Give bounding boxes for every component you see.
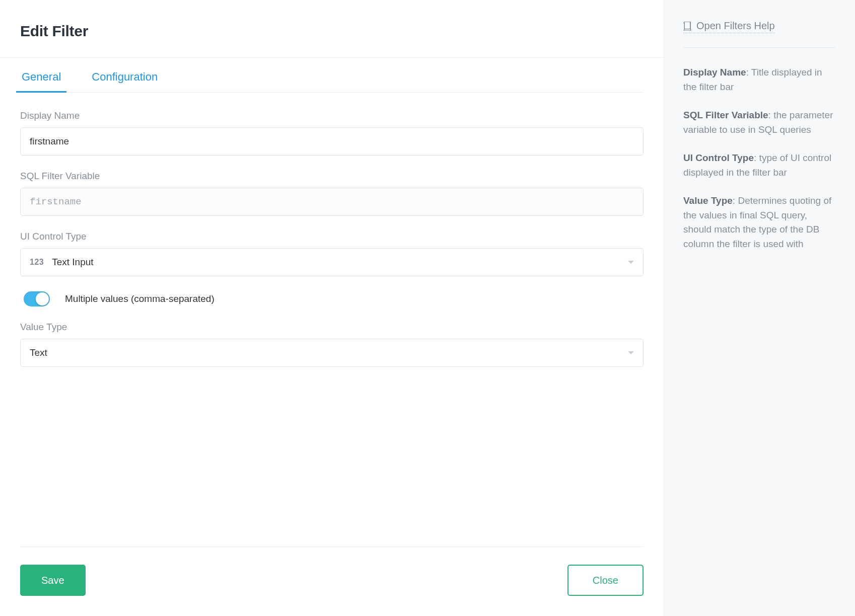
help-item-display-name: Display Name: Title displayed in the fil…: [683, 65, 836, 94]
help-item-ui-control: UI Control Type: type of UI control disp…: [683, 151, 836, 180]
save-button[interactable]: Save: [20, 565, 86, 596]
multiple-values-label: Multiple values (comma-separated): [65, 293, 215, 304]
sidebar-divider: [683, 47, 836, 48]
value-type-select[interactable]: Text: [20, 339, 644, 367]
help-item-sql-variable: SQL Filter Variable: the parameter varia…: [683, 108, 836, 137]
help-term: SQL Filter Variable: [683, 110, 768, 120]
display-name-input[interactable]: [20, 127, 644, 156]
sql-variable-label: SQL Filter Variable: [20, 171, 644, 182]
page-header: Edit Filter: [0, 0, 664, 57]
ui-control-select-value: 123 Text Input: [30, 257, 94, 268]
multiple-values-row: Multiple values (comma-separated): [20, 291, 644, 306]
help-term: Display Name: [683, 67, 746, 78]
value-type-value-text: Text: [30, 347, 47, 358]
sql-variable-group: SQL Filter Variable: [20, 171, 644, 216]
tab-configuration[interactable]: Configuration: [90, 58, 159, 92]
toggle-knob: [36, 292, 49, 305]
value-type-label: Value Type: [20, 322, 644, 333]
help-sidebar: Open Filters Help Display Name: Title di…: [664, 0, 855, 616]
help-term: Value Type: [683, 195, 733, 206]
number-icon: 123: [30, 258, 44, 267]
ui-control-label: UI Control Type: [20, 231, 644, 242]
tab-general[interactable]: General: [20, 58, 62, 92]
help-item-value-type: Value Type: Determines quoting of the va…: [683, 194, 836, 251]
chevron-down-icon: [628, 351, 634, 354]
open-filters-help-link[interactable]: Open Filters Help: [683, 20, 775, 33]
help-term: UI Control Type: [683, 152, 754, 163]
tab-bar: General Configuration: [20, 58, 644, 93]
value-type-group: Value Type Text: [20, 322, 644, 367]
ui-control-select[interactable]: 123 Text Input: [20, 248, 644, 276]
page-title: Edit Filter: [20, 23, 644, 40]
ui-control-group: UI Control Type 123 Text Input: [20, 231, 644, 276]
chevron-down-icon: [628, 261, 634, 264]
multiple-values-toggle[interactable]: [24, 291, 50, 306]
ui-control-value-text: Text Input: [52, 257, 93, 268]
display-name-group: Display Name: [20, 110, 644, 156]
help-link-text: Open Filters Help: [696, 20, 775, 32]
content-area: General Configuration Display Name SQL F…: [0, 58, 664, 547]
close-button[interactable]: Close: [567, 565, 644, 596]
main-panel: Edit Filter General Configuration Displa…: [0, 0, 664, 616]
display-name-label: Display Name: [20, 110, 644, 121]
book-icon: [683, 22, 692, 31]
sql-variable-input[interactable]: [20, 188, 644, 216]
footer-actions: Save Close: [20, 547, 644, 616]
